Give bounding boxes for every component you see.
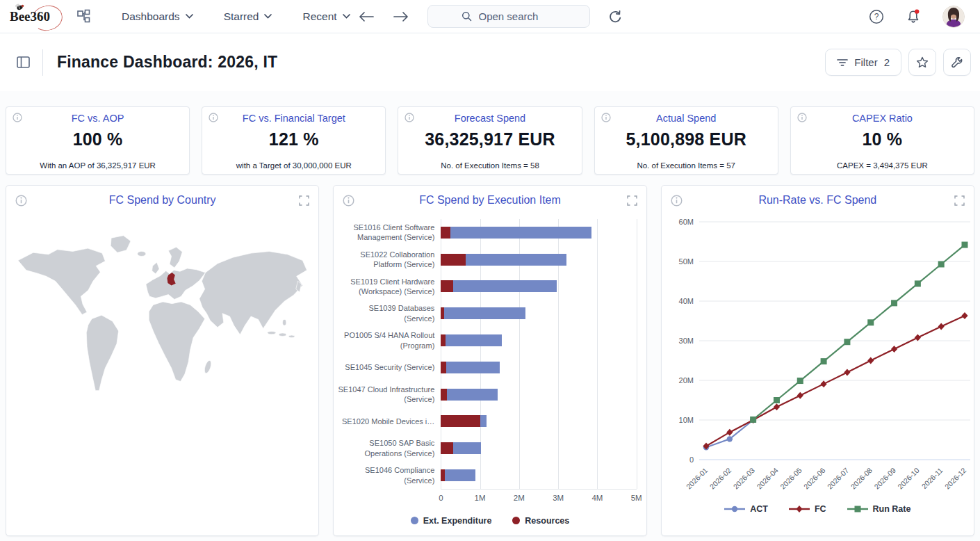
data-point-marker[interactable] <box>796 506 802 512</box>
data-point-marker[interactable] <box>938 323 944 330</box>
bar-segment-ext-expenditure[interactable] <box>453 442 482 454</box>
bar-segment-resources[interactable] <box>441 254 466 266</box>
bar-segment-resources[interactable] <box>441 389 446 401</box>
nav-recent[interactable]: Recent <box>302 10 350 23</box>
x-axis-label: 2026-06 <box>801 466 826 491</box>
bar-category-label: SE1016 Client Software Management (Servi… <box>336 219 434 246</box>
info-icon[interactable] <box>601 113 611 122</box>
bar-segment-ext-expenditure[interactable] <box>450 227 591 239</box>
bar-segment-ext-expenditure[interactable] <box>446 362 500 373</box>
bar-row <box>441 219 636 246</box>
kpi-value: 5,100,898 EUR <box>626 129 746 150</box>
data-point-marker[interactable] <box>867 319 874 325</box>
data-point-marker[interactable] <box>938 261 944 267</box>
line-chart-svg: 010M20M30M40M50M60M2026-012026-022026-03… <box>662 215 974 494</box>
panel-fc-spend-by-execution-item: FC Spend by Execution Item SE1016 Client… <box>333 185 646 536</box>
bar-category-label: PO1005 S/4 HANA Rollout (Program) <box>336 327 434 354</box>
world-map[interactable] <box>10 225 314 454</box>
legend-item[interactable]: Run Rate <box>847 504 911 514</box>
x-axis-label: 2026-01 <box>684 466 709 491</box>
notification-bell-icon[interactable] <box>905 8 922 25</box>
sidebar-toggle-icon[interactable] <box>17 56 30 68</box>
avatar[interactable] <box>942 6 965 28</box>
filter-button[interactable]: Filter 2 <box>825 49 901 76</box>
data-point-marker[interactable] <box>961 242 967 248</box>
bar-segment-resources[interactable] <box>441 227 450 239</box>
info-icon[interactable] <box>15 195 27 207</box>
data-point-marker[interactable] <box>891 346 897 353</box>
kpi-value: 100 % <box>73 129 123 150</box>
data-point-marker[interactable] <box>820 380 826 387</box>
grid-line <box>637 219 637 489</box>
data-point-marker[interactable] <box>867 357 874 364</box>
bar-segment-ext-expenditure[interactable] <box>444 307 525 319</box>
data-point-marker[interactable] <box>750 417 756 423</box>
data-point-marker[interactable] <box>915 280 921 286</box>
search-box[interactable] <box>427 5 590 28</box>
data-point-marker[interactable] <box>797 378 803 384</box>
nav-dashboards[interactable]: Dashboards <box>122 10 193 23</box>
bar-category-label: SE1039 Databases (Service) <box>336 300 434 327</box>
forward-arrow-icon[interactable] <box>393 11 409 22</box>
map-region-asia <box>199 251 307 334</box>
data-point-marker[interactable] <box>914 334 920 341</box>
data-point-marker[interactable] <box>797 392 803 399</box>
bar-segment-ext-expenditure[interactable] <box>453 280 557 292</box>
bar-segment-resources[interactable] <box>441 442 452 454</box>
info-icon[interactable] <box>797 113 807 122</box>
data-point-marker[interactable] <box>961 312 967 319</box>
map-region-greenland <box>111 236 131 252</box>
settings-button[interactable] <box>943 49 971 76</box>
x-axis-label: 2026-03 <box>731 466 756 491</box>
bar-segment-resources[interactable] <box>441 362 446 373</box>
data-point-marker[interactable] <box>854 506 860 512</box>
data-point-marker[interactable] <box>774 403 780 410</box>
map-region-scandinavia <box>168 247 182 268</box>
data-point-marker[interactable] <box>844 339 850 345</box>
nav-starred[interactable]: Starred <box>224 10 272 23</box>
bar-segment-ext-expenditure[interactable] <box>466 254 566 266</box>
panel-fc-spend-by-country: FC Spend by Country <box>6 185 319 536</box>
legend-item[interactable]: Resources <box>512 516 569 526</box>
legend-label: Ext. Expenditure <box>423 516 492 526</box>
data-point-marker[interactable] <box>891 300 897 306</box>
top-bar: Bee360 Dashboards Starred <box>0 0 980 33</box>
star-button[interactable] <box>908 49 936 76</box>
app-logo[interactable]: Bee360 <box>10 8 57 26</box>
data-point-marker[interactable] <box>774 397 780 403</box>
y-axis-label: 20M <box>678 376 693 385</box>
back-arrow-icon[interactable] <box>358 11 375 22</box>
kpi-footer: With an AOP of 36,325,917 EUR <box>40 161 156 170</box>
data-point-marker[interactable] <box>726 429 733 436</box>
data-point-marker[interactable] <box>732 506 737 512</box>
data-point-marker[interactable] <box>844 369 850 376</box>
legend-item[interactable]: FC <box>789 504 826 514</box>
expand-icon[interactable] <box>954 195 965 206</box>
bar-segment-ext-expenditure[interactable] <box>480 415 486 427</box>
filter-icon <box>837 58 848 67</box>
bar-segment-resources[interactable] <box>441 415 480 427</box>
refresh-icon[interactable] <box>608 10 622 24</box>
info-icon[interactable] <box>671 195 683 207</box>
legend-item[interactable]: ACT <box>724 504 768 514</box>
expand-icon[interactable] <box>299 195 309 206</box>
bar-chart-plot <box>441 219 636 490</box>
legend-item[interactable]: Ext. Expenditure <box>411 516 492 526</box>
help-icon[interactable]: ? <box>869 9 884 24</box>
bar-segment-resources[interactable] <box>441 280 452 292</box>
bar-segment-ext-expenditure[interactable] <box>446 334 502 346</box>
info-icon[interactable] <box>343 195 354 207</box>
data-point-marker[interactable] <box>820 358 826 364</box>
expand-icon[interactable] <box>627 195 637 206</box>
bar-segment-ext-expenditure[interactable] <box>447 389 498 401</box>
info-icon[interactable] <box>405 113 414 122</box>
data-point-marker[interactable] <box>726 436 732 442</box>
bar-category-label: SE1046 Compliance (Service) <box>336 462 434 489</box>
kpi-footer: CAPEX = 3,494,375 EUR <box>837 161 928 170</box>
bar-segment-ext-expenditure[interactable] <box>445 469 475 481</box>
search-input[interactable] <box>477 10 557 23</box>
info-icon[interactable] <box>13 113 22 122</box>
info-icon[interactable] <box>209 113 218 122</box>
hierarchy-icon[interactable] <box>76 9 91 24</box>
kpi-value: 10 % <box>863 129 903 150</box>
